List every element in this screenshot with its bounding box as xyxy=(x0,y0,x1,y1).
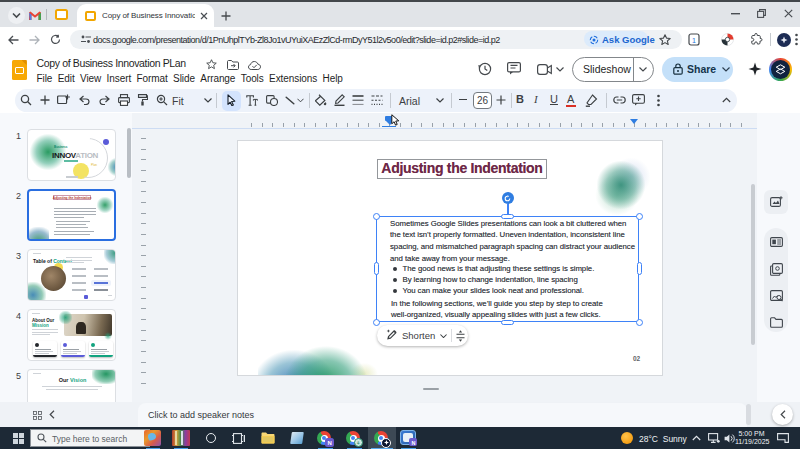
svg-text:1: 1 xyxy=(692,37,696,44)
